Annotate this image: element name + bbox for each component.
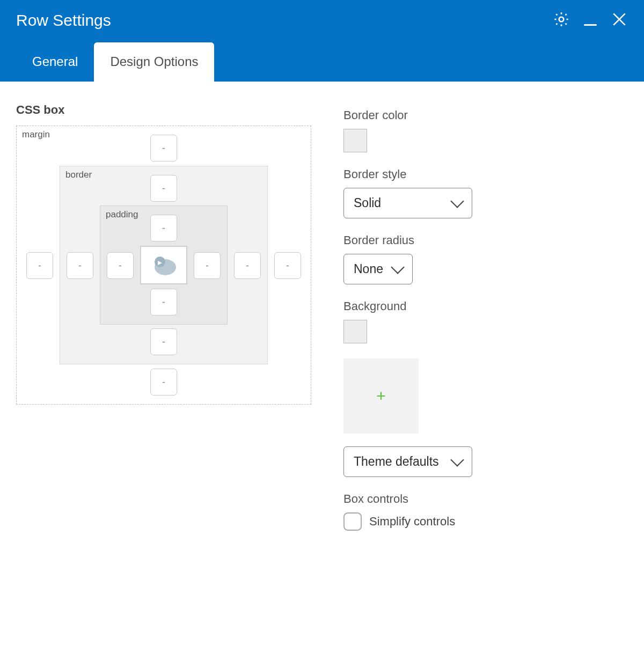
- background-color-swatch[interactable]: [343, 320, 367, 343]
- tab-design-options[interactable]: Design Options: [94, 42, 214, 82]
- dialog-title: Row Settings: [16, 11, 111, 30]
- padding-bottom-input[interactable]: [150, 289, 177, 316]
- tabs: General Design Options: [0, 42, 644, 82]
- simplify-checkbox[interactable]: [343, 512, 362, 531]
- border-radius-label: Border radius: [343, 233, 472, 247]
- simplify-row: Simplify controls: [343, 512, 472, 531]
- border-color-label: Border color: [343, 108, 472, 122]
- border-top-input[interactable]: [150, 175, 177, 202]
- plus-icon: +: [376, 388, 386, 404]
- simplify-label: Simplify controls: [369, 515, 455, 529]
- border-layer-label: border: [65, 170, 92, 180]
- dialog-content: CSS box margin border padding: [0, 82, 644, 547]
- header-actions: [553, 11, 628, 30]
- border-radius-value: None: [354, 262, 383, 276]
- gear-icon[interactable]: [553, 11, 570, 30]
- border-right-input[interactable]: [234, 252, 261, 279]
- content-image-icon: [150, 253, 177, 277]
- border-style-label: Border style: [343, 167, 472, 181]
- border-color-swatch[interactable]: [343, 129, 367, 152]
- padding-top-input[interactable]: [150, 215, 177, 241]
- background-style-select[interactable]: Theme defaults: [343, 446, 472, 477]
- minimize-icon[interactable]: [582, 12, 599, 29]
- content-box: [140, 246, 187, 284]
- chevron-down-icon: [391, 260, 404, 274]
- margin-right-input[interactable]: [274, 252, 301, 279]
- margin-layer-label: margin: [22, 129, 50, 140]
- css-box-column: CSS box margin border padding: [16, 103, 311, 531]
- dialog-header: Row Settings General Design Options: [0, 0, 644, 82]
- chevron-down-icon: [450, 194, 464, 208]
- close-icon[interactable]: [611, 11, 628, 30]
- border-style-select[interactable]: Solid: [343, 188, 472, 218]
- box-controls-label: Box controls: [343, 492, 472, 506]
- options-column: Border color Border style Solid Border r…: [343, 103, 472, 531]
- header-top: Row Settings: [0, 11, 644, 42]
- css-box-editor: margin border padding: [16, 126, 311, 405]
- padding-left-input[interactable]: [107, 252, 134, 279]
- border-left-input[interactable]: [67, 252, 93, 279]
- css-box-label: CSS box: [16, 103, 311, 117]
- background-label: Background: [343, 299, 472, 313]
- border-radius-select[interactable]: None: [343, 254, 413, 284]
- margin-bottom-input[interactable]: [150, 369, 177, 395]
- tab-general[interactable]: General: [16, 42, 94, 82]
- padding-right-input[interactable]: [194, 252, 221, 279]
- svg-point-0: [559, 17, 564, 22]
- chevron-down-icon: [450, 453, 464, 466]
- border-style-value: Solid: [354, 196, 381, 210]
- margin-left-input[interactable]: [26, 252, 53, 279]
- padding-layer-label: padding: [106, 209, 138, 220]
- background-style-value: Theme defaults: [354, 454, 439, 469]
- margin-top-input[interactable]: [150, 135, 177, 162]
- background-image-add[interactable]: +: [343, 358, 419, 434]
- border-bottom-input[interactable]: [150, 328, 177, 355]
